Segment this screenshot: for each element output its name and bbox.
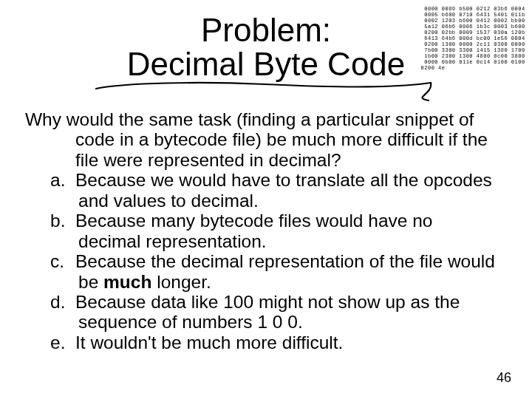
option-text: Because many bytecode files would have n… [75,211,433,250]
option-letter: c. [50,251,75,271]
option-text: Because data like 100 might not show up … [75,292,460,332]
title-line-1: Problem: [201,12,331,48]
option-text: Because we would have to translate all t… [75,170,492,210]
options-list: a.Because we would have to translate all… [25,170,498,352]
title-line-2: Decimal Byte Code [127,46,406,82]
option-letter: b. [50,211,75,231]
slide: 0000 0089 b500 0212 03b6 0004 0005 b600 … [0,0,532,399]
option-bold: much [103,272,151,292]
option-text: It wouldn't be much more difficult. [75,332,343,352]
option-letter: a. [50,170,75,190]
body-content: Why would the same task (finding a parti… [25,109,498,352]
title-block: Problem: Decimal Byte Code [0,13,532,81]
option-a: a.Because we would have to translate all… [25,170,498,211]
option-c: c.Because the decimal representation of … [25,251,498,292]
option-b: b.Because many bytecode files would have… [25,211,498,251]
option-text-post: longer. [151,272,211,292]
question-text: Why would the same task (finding a parti… [25,109,498,170]
page-number: 46 [497,370,511,386]
option-letter: d. [50,292,75,312]
option-e: e.It wouldn't be much more difficult. [25,332,498,352]
slide-title: Problem: Decimal Byte Code [127,13,406,81]
hand-underline [95,78,442,108]
option-d: d.Because data like 100 might not show u… [25,292,498,332]
option-letter: e. [50,332,75,352]
